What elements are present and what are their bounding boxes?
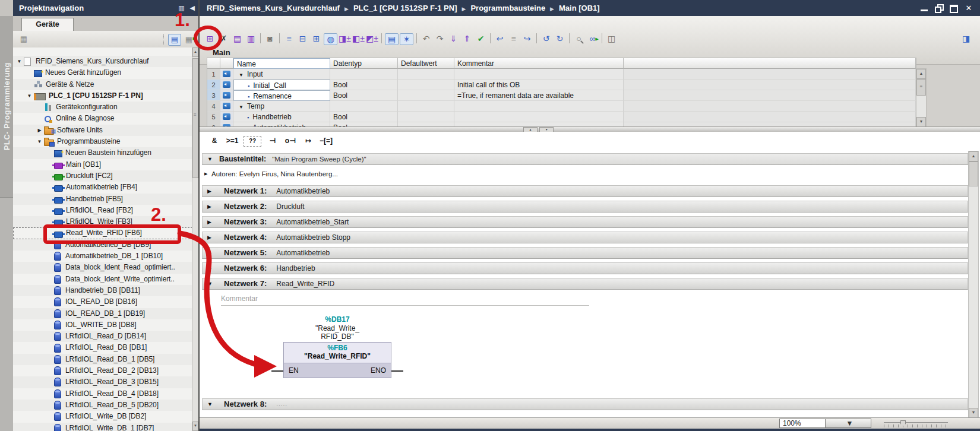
network-2-bar[interactable]: ▶Netzwerk 2:Druckluft (202, 201, 968, 213)
table-row[interactable]: 5▪HandbetriebBool (207, 112, 916, 122)
network-comment-field[interactable]: Kommentar (221, 293, 589, 306)
scroll-down-icon[interactable]: ▼ (916, 117, 926, 127)
coil-icon[interactable]: ↦ (302, 135, 315, 147)
insert-network-icon[interactable]: ⊞ (204, 33, 216, 45)
block-title-value[interactable]: "Main Program Sweep (Cycle)" (272, 153, 366, 165)
row-caret-icon[interactable]: ▼ (239, 72, 244, 78)
tree-item-read-write-rfid-fb6[interactable]: Read_Write_RFID [FB6] (13, 227, 192, 239)
operand-display-3-icon[interactable]: ◩± (366, 33, 378, 45)
collapse-caret-icon[interactable]: ▶ (207, 201, 216, 213)
undo-icon[interactable]: ↶ (420, 33, 432, 45)
network-title[interactable]: Automatikbetrieb (276, 247, 330, 259)
table-row[interactable]: 4▼Temp (207, 101, 916, 112)
tree-item-lrfidiol-read-fb2[interactable]: LRfidIOL_Read [FB2] (13, 205, 192, 216)
collapse-caret-icon[interactable]: ▶ (207, 216, 216, 228)
jump-marker-icon[interactable]: ≡ (507, 33, 520, 45)
search-icon[interactable]: ○ (573, 33, 585, 45)
table-row[interactable]: 1▼Input (207, 69, 916, 80)
collapse-networks-icon[interactable]: ⊟ (296, 33, 309, 45)
tree-item-handbetrieb-db-db11[interactable]: Handbetrieb_DB [DB11] (13, 285, 192, 296)
collapse-caret-icon[interactable]: ▼ (207, 398, 216, 410)
tree-item-lrfidiol-write-db-db2[interactable]: LRfidIOL_Write_DB [DB2] (13, 411, 192, 422)
row-caret-icon[interactable]: ▼ (239, 104, 244, 110)
tree-caret-icon[interactable]: ▶ (36, 125, 43, 136)
tree-item-lrfidiol-read-db-5-db20[interactable]: LRfidIOL_Read_DB_5 [DB20] (13, 400, 192, 411)
table-row[interactable]: 3▪RemanenceBool=True, if remanent data a… (207, 90, 916, 101)
fb-call-block[interactable]: %FB6 "Read_Write_RFID" EN ENO (283, 342, 391, 378)
tree-item-automatikbetrieb-fb4[interactable]: Automatikbetrieb [FB4] (13, 182, 192, 193)
scrollbar-thumb[interactable] (969, 161, 978, 186)
operand-display-1-icon[interactable]: ◨± (339, 33, 351, 45)
restore-button[interactable] (935, 4, 943, 12)
network-title[interactable]: Automatikbetrieb_Start (276, 216, 349, 228)
collapse-panel-icon[interactable]: ◀ (190, 4, 195, 12)
columns-icon[interactable]: ▥ (178, 4, 184, 12)
tree-item-iol-write-db-db8[interactable]: IOL_WRITE_DB [DB8] (13, 319, 192, 331)
collapse-caret-icon[interactable]: ▶ (207, 262, 216, 274)
network-title[interactable]: Automatikbetrieb (276, 185, 330, 197)
jump-next-icon[interactable]: ↪ (521, 33, 533, 45)
network-8-bar[interactable]: ▼ Netzwerk 8: ..... (202, 398, 968, 410)
network-7-bar[interactable]: ▼ Netzwerk 7: Read_Write_RFID (202, 278, 968, 290)
tree-caret-icon[interactable]: ▼ (15, 56, 23, 67)
collapse-caret-icon[interactable]: ▶ (207, 185, 216, 197)
tree-item-data-block-ident-write-optimiert[interactable]: Data_block_Ident_Write_optimiert.. (13, 274, 192, 285)
network-1-bar[interactable]: ▶Netzwerk 1:Automatikbetrieb (202, 185, 968, 197)
cell-datentyp[interactable] (330, 101, 398, 112)
minimize-button[interactable] (920, 4, 928, 12)
tree-item-handbetrieb-fb5[interactable]: Handbetrieb [FB5] (13, 194, 192, 205)
snapshot-values-icon[interactable]: ◫ (605, 33, 618, 45)
pin-en[interactable]: EN (289, 366, 299, 375)
cell-name[interactable]: ▪Remanence (233, 90, 330, 101)
jump-previous-icon[interactable]: ↩ (494, 33, 506, 45)
insert-row-icon[interactable]: ▤ (231, 33, 244, 45)
tree-item-lrfidiol-read-db-3-db15[interactable]: LRfidIOL_Read_DB_3 [DB15] (13, 376, 192, 388)
download-icon[interactable]: ⇓ (447, 33, 460, 45)
editor-scrollbar[interactable]: ▲ ▼ (968, 151, 979, 419)
network-3-bar[interactable]: ▶Netzwerk 3:Automatikbetrieb_Start (202, 216, 968, 228)
tree-item-automatikbetrieb-db-1-db10[interactable]: Automatikbetrieb_DB_1 [DB10] (13, 251, 192, 262)
cell-name[interactable]: ▪Handbetrieb (233, 112, 330, 122)
tree-item-lrfidiol-write-db-1-db7[interactable]: LRfidIOL_Write_DB_1 [DB7] (13, 423, 192, 431)
collapse-caret-icon[interactable]: ▶ (207, 247, 216, 259)
cell-datentyp[interactable]: Bool (330, 112, 398, 122)
tree-item-neuen-baustein-hinzuf-gen[interactable]: Neuen Baustein hinzufügen (13, 147, 192, 159)
go-online-icon[interactable]: ↺ (540, 33, 552, 45)
pin-eno[interactable]: ENO (371, 366, 386, 375)
tree-item-iol-read-db-1-db19[interactable]: IOL_READ_DB_1 [DB19] (13, 308, 192, 319)
monitor-glasses-icon[interactable]: ∞ (586, 33, 599, 45)
cell-defaultwert[interactable] (398, 90, 454, 101)
outline-icon[interactable]: ≡ (283, 33, 295, 45)
cell-kommentar[interactable]: Initial call of this OB (454, 80, 624, 90)
negate-branch-icon[interactable]: o⊣ (284, 135, 297, 147)
zoom-slider[interactable] (884, 420, 948, 427)
zoom-select[interactable]: 100% ▼ (779, 419, 871, 428)
collapse-caret-icon[interactable]: ▼ (207, 153, 216, 165)
network-title[interactable]: ..... (276, 398, 287, 410)
network-5-bar[interactable]: ▶Netzwerk 5:Automatikbetrieb (202, 247, 968, 259)
tree-item-online-diagnose[interactable]: Online & Diagnose (13, 113, 192, 124)
details-view-icon[interactable]: ▤ (168, 34, 181, 46)
collapse-caret-icon[interactable]: ▶ (207, 232, 216, 243)
breadcrumb-item-programmbausteine[interactable]: Programmbausteine (470, 4, 545, 12)
tree-item-lrfidiol-write-fb3[interactable]: LRfidIOL_Write [FB3] (13, 216, 192, 227)
cell-name[interactable]: ▼Input (233, 69, 330, 80)
tree-item-rfid-siemens-kurs-kursdurchlauf[interactable]: ▼RFID_Siemens_Kurs_Kursdurchlauf (13, 56, 192, 67)
tab-geraete[interactable]: Geräte (21, 18, 74, 31)
cell-defaultwert[interactable] (398, 69, 454, 80)
column-header-defaultwert[interactable]: Defaultwert (398, 58, 454, 69)
column-header-datentyp[interactable]: Datentyp (330, 58, 398, 69)
network-4-bar[interactable]: ▶Netzwerk 4:Automatikbetrieb Stopp (202, 232, 968, 243)
show-comments-icon[interactable]: ◍ (324, 33, 337, 45)
tree-item-ger-tekonfiguration[interactable]: Gerätekonfiguration (13, 102, 192, 113)
tree-item-programmbausteine[interactable]: ▼Programmbausteine (13, 136, 192, 147)
cell-defaultwert[interactable] (398, 112, 454, 122)
scroll-down-icon[interactable]: ▼ (969, 408, 978, 418)
scrollbar-thumb[interactable]: ≡ (916, 79, 926, 96)
or-box-icon[interactable]: >=1 (226, 135, 239, 147)
maximize-button[interactable] (950, 4, 958, 12)
and-box-icon[interactable]: & (208, 135, 221, 147)
operand-display-2-icon[interactable]: ◧± (352, 33, 365, 45)
network-title[interactable]: Automatikbetrieb Stopp (276, 232, 350, 243)
cell-kommentar[interactable] (454, 112, 624, 122)
